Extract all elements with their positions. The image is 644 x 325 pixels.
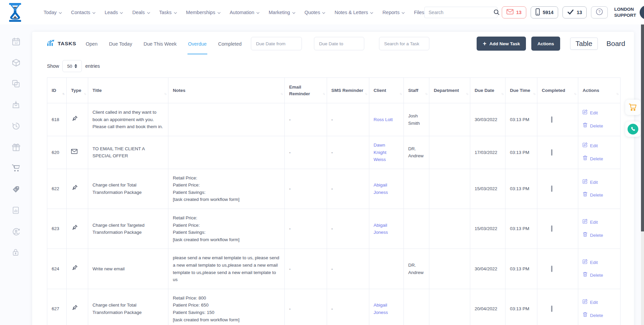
- column-header-department[interactable]: Department↑↓: [429, 78, 470, 103]
- delete-task-link[interactable]: Delete: [583, 312, 616, 319]
- edit-task-link[interactable]: Edit: [583, 219, 616, 226]
- sidebar-history-icon[interactable]: [12, 122, 20, 130]
- column-header-id[interactable]: ID↑↓: [47, 78, 67, 103]
- client-link[interactable]: Abigail Joness: [374, 223, 388, 235]
- client-link[interactable]: Abigail Joness: [374, 182, 388, 195]
- client-cell: Dawn Knight Weiss: [369, 136, 404, 169]
- nav-item-deals[interactable]: Deals: [132, 10, 150, 15]
- task-notes-cell: [168, 136, 285, 169]
- calls-badge[interactable]: 5914: [531, 6, 558, 18]
- column-header-email-reminder[interactable]: Email Reminder↑↓: [284, 78, 327, 103]
- column-header-client[interactable]: Client↑↓: [369, 78, 404, 103]
- nav-item-contacts[interactable]: Contacts: [71, 10, 96, 15]
- client-link[interactable]: Ross Lott: [374, 117, 393, 122]
- view-table-toggle[interactable]: Table: [570, 38, 598, 50]
- delete-task-link[interactable]: Delete: [583, 155, 616, 163]
- nav-item-reports[interactable]: Reports: [382, 10, 405, 15]
- sidebar-copy-pages-icon[interactable]: [12, 79, 20, 88]
- column-header-actions[interactable]: Actions↑↓: [578, 78, 620, 103]
- nav-item-files[interactable]: Files: [414, 10, 424, 15]
- sort-arrows-icon: ↑↓: [280, 92, 282, 97]
- due-date-cell: 30/03/2022: [470, 103, 505, 136]
- task-title-cell: Charge client for Total Transformation P…: [88, 289, 168, 325]
- cart-widget-button[interactable]: [625, 100, 641, 115]
- sidebar-price-tag-icon[interactable]: $: [12, 185, 20, 194]
- column-header-sms-reminder[interactable]: SMS Reminder↑↓: [327, 78, 369, 103]
- department-cell: [429, 249, 470, 289]
- scrollbar-thumb[interactable]: [641, 0, 644, 231]
- staff-cell: DR. Andrew: [404, 249, 429, 289]
- completed-checkbox[interactable]: [551, 225, 552, 232]
- due-date-from-input[interactable]: [251, 37, 302, 50]
- nav-item-leads[interactable]: Leads: [105, 10, 123, 15]
- nav-item-memberships[interactable]: Memberships: [186, 10, 221, 15]
- edit-task-link[interactable]: Edit: [583, 109, 616, 117]
- completed-checkbox[interactable]: [551, 306, 552, 312]
- sidebar-report-doc-icon[interactable]: [12, 206, 20, 215]
- nav-item-notes-letters[interactable]: Notes & Letters: [334, 10, 373, 15]
- sort-arrows-icon: ↑↓: [574, 92, 576, 97]
- client-cell: Abigail Joness: [369, 209, 404, 249]
- page-size-select[interactable]: 50: [62, 60, 82, 72]
- department-cell: [429, 289, 470, 325]
- completed-checkbox[interactable]: [551, 116, 552, 123]
- help-button[interactable]: ?: [591, 6, 608, 18]
- task-search-input[interactable]: [379, 37, 429, 50]
- sidebar-package-icon[interactable]: [12, 58, 20, 67]
- sidebar-calendar-icon[interactable]: 12: [12, 37, 20, 46]
- edit-task-link[interactable]: Edit: [583, 259, 616, 266]
- messages-badge[interactable]: 13: [502, 6, 526, 18]
- client-link[interactable]: Abigail Joness: [374, 303, 388, 315]
- task-notes-cell: Retail Price: 800 Patient Price: 650 Pat…: [168, 289, 285, 325]
- tab-completed[interactable]: Completed: [217, 33, 242, 54]
- sidebar-gift-icon[interactable]: [12, 143, 20, 152]
- due-date-to-input[interactable]: [314, 37, 364, 50]
- nav-item-tasks[interactable]: Tasks: [159, 10, 177, 15]
- tasks-badge[interactable]: 13: [562, 6, 587, 18]
- add-new-task-button[interactable]: + Add New Task: [477, 37, 526, 51]
- column-header-staff[interactable]: Staff↑↓: [404, 78, 429, 103]
- delete-task-link[interactable]: Delete: [583, 232, 616, 239]
- tab-due-today[interactable]: Due Today: [108, 33, 133, 54]
- delete-task-link[interactable]: Delete: [583, 272, 616, 279]
- edit-task-link[interactable]: Edit: [583, 142, 616, 150]
- avatar[interactable]: [640, 5, 644, 19]
- sidebar-lock-icon[interactable]: [12, 249, 20, 257]
- call-widget-button[interactable]: [625, 121, 641, 137]
- column-header-type[interactable]: Type↑↓: [66, 78, 88, 103]
- tab-open[interactable]: Open: [85, 33, 98, 54]
- column-header-notes[interactable]: Notes↑↓: [168, 78, 285, 103]
- actions-button[interactable]: Actions: [531, 37, 560, 51]
- column-header-due-time[interactable]: Due Time↑↓: [505, 78, 537, 103]
- completed-checkbox[interactable]: [551, 266, 552, 272]
- nav-item-today[interactable]: Today: [44, 10, 62, 15]
- vertical-scrollbar[interactable]: [641, 0, 644, 325]
- due-time-cell: 03:13 PM: [505, 209, 537, 249]
- column-header-due-date[interactable]: Due Date↑↓: [470, 78, 505, 103]
- nav-item-quotes[interactable]: Quotes: [305, 10, 326, 15]
- delete-task-link[interactable]: Delete: [583, 122, 616, 130]
- search-input[interactable]: [425, 10, 493, 15]
- client-link[interactable]: Dawn Knight Weiss: [374, 143, 386, 162]
- sidebar-cart-icon[interactable]: [12, 164, 20, 173]
- nav-item-automation[interactable]: Automation: [230, 10, 260, 15]
- tab-due-this-week[interactable]: Due This Week: [143, 33, 177, 54]
- client-cell: Abigail Joness: [369, 289, 404, 325]
- sidebar-bag-download-icon[interactable]: [12, 101, 20, 109]
- nav-item-marketing[interactable]: Marketing: [269, 10, 296, 15]
- completed-checkbox[interactable]: [551, 185, 552, 192]
- delete-task-link[interactable]: Delete: [583, 192, 616, 199]
- left-sidebar: 12$: [0, 24, 32, 257]
- tab-overdue[interactable]: Overdue: [187, 33, 208, 54]
- search-icon[interactable]: [493, 7, 500, 18]
- staff-cell: [404, 169, 429, 209]
- edit-task-link[interactable]: Edit: [583, 179, 616, 186]
- view-board-toggle[interactable]: Board: [606, 40, 625, 48]
- column-header-title[interactable]: Title↑↓: [88, 78, 168, 103]
- sidebar-account-sync-icon[interactable]: [12, 227, 20, 236]
- actions-cell: EditDelete: [578, 289, 620, 325]
- edit-task-link[interactable]: Edit: [583, 299, 616, 306]
- column-header-completed[interactable]: Completed↑↓: [537, 78, 578, 103]
- completed-checkbox[interactable]: [551, 149, 552, 156]
- task-id-cell: 622: [47, 169, 67, 209]
